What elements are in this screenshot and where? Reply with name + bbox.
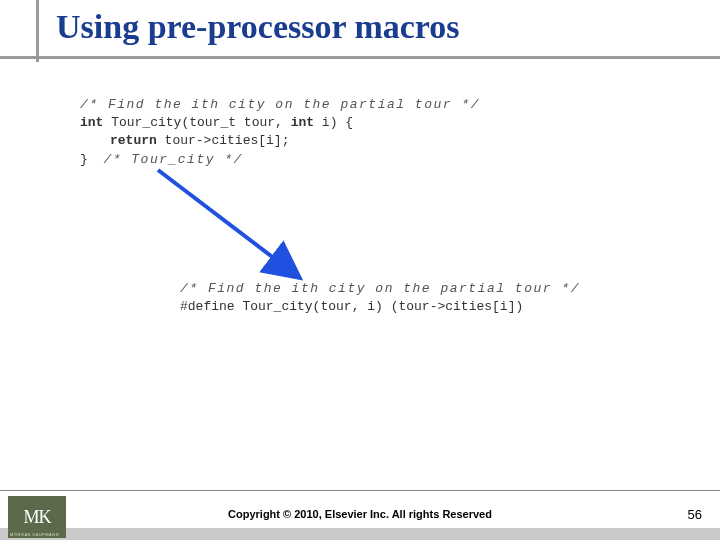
copyright-text: Copyright © 2010, Elsevier Inc. All righ…	[0, 508, 720, 520]
code-macro: /* Find the ith city on the partial tour…	[180, 280, 580, 316]
code-comment: /* Find the ith city on the partial tour…	[80, 97, 480, 112]
footer-grey-bar	[0, 528, 720, 540]
code-comment: /* Tour_city */	[103, 152, 243, 167]
code-text: tour->cities[i];	[157, 133, 290, 148]
svg-line-1	[158, 170, 300, 278]
footer: Copyright © 2010, Elsevier Inc. All righ…	[0, 490, 720, 540]
keyword-int: int	[80, 115, 103, 130]
code-text: }	[80, 152, 103, 167]
title-area: Using pre-processor macros	[0, 0, 720, 70]
code-text: i) {	[314, 115, 353, 130]
keyword-return: return	[110, 133, 157, 148]
code-comment: /* Find the ith city on the partial tour…	[180, 281, 580, 296]
keyword-int2: int	[291, 115, 314, 130]
slide-title: Using pre-processor macros	[56, 8, 460, 46]
code-text: Tour_city(tour_t tour,	[103, 115, 290, 130]
arrow-icon	[140, 160, 340, 300]
page-number: 56	[688, 507, 702, 522]
logo-text: MK	[23, 507, 50, 528]
decor-line-horizontal	[0, 56, 720, 59]
code-text: #define Tour_city(tour, i) (tour->cities…	[180, 299, 523, 314]
code-function: /* Find the ith city on the partial tour…	[80, 96, 480, 169]
logo-subtext: MORGAN KAUFMANN	[10, 532, 59, 537]
decor-line-vertical	[36, 0, 39, 62]
